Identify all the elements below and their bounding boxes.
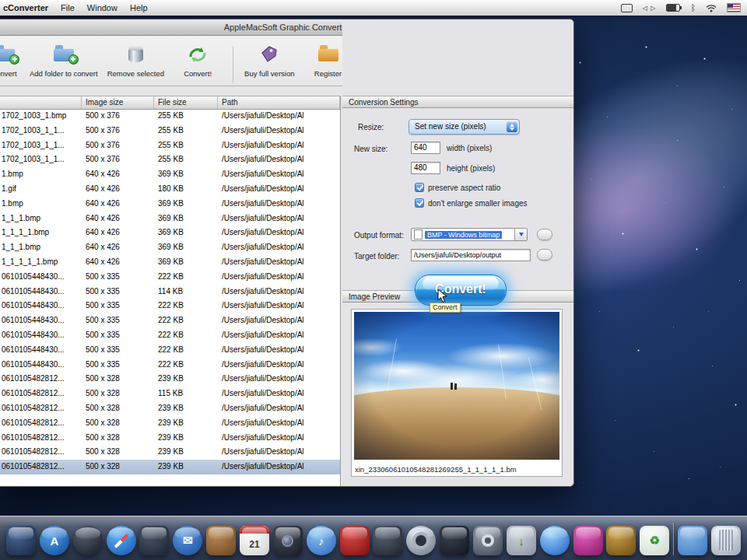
- display-icon[interactable]: [621, 4, 633, 12]
- table-row[interactable]: 0610105448430...500 x 335222 KB/Users/ji…: [0, 328, 340, 343]
- trash-icon[interactable]: [711, 526, 741, 555]
- name-cell: 1_1_1_1.bmp: [0, 226, 82, 240]
- toolbar-separator: [233, 46, 233, 83]
- finder-icon[interactable]: [6, 526, 36, 555]
- dashboard-icon[interactable]: [73, 526, 103, 555]
- column-header-name[interactable]: [0, 96, 82, 109]
- bluetooth-icon[interactable]: ᛒ: [690, 4, 696, 12]
- graphic-converter-app-icon[interactable]: ♻: [640, 526, 669, 555]
- ichat-icon[interactable]: [139, 526, 169, 555]
- table-row[interactable]: 0610105448430...500 x 335222 KB/Users/ji…: [0, 313, 340, 328]
- iphoto-icon[interactable]: [573, 526, 603, 555]
- image-size-cell: 640 x 426: [82, 197, 154, 212]
- resize-dropdown[interactable]: Set new size (pixels): [409, 119, 520, 135]
- console-icon[interactable]: [440, 526, 469, 555]
- wifi-icon[interactable]: [706, 4, 717, 12]
- mail-icon[interactable]: ✉: [173, 526, 202, 555]
- battery-icon[interactable]: [666, 4, 680, 12]
- app-menu[interactable]: cConverter: [3, 3, 48, 12]
- target-folder-browse-button[interactable]: [537, 249, 552, 261]
- table-row[interactable]: 0610105448430...500 x 335222 KB/Users/ji…: [0, 270, 340, 285]
- documents-folder-icon[interactable]: [678, 526, 707, 555]
- toolbar-remove-selected[interactable]: Remove selected: [103, 43, 169, 78]
- path-cell: /Users/jiafuli/Desktop/Al: [218, 285, 340, 299]
- table-row[interactable]: 1_1_1_1.bmp640 x 426369 KB/Users/jiafuli…: [0, 226, 340, 240]
- system-preferences-icon[interactable]: [473, 526, 503, 555]
- name-cell: 0610105482812...: [0, 460, 82, 474]
- table-row[interactable]: 1.bmp640 x 426369 KB/Users/jiafuli/Deskt…: [0, 167, 340, 182]
- installer-icon[interactable]: ↓: [507, 526, 536, 555]
- toolbar-label: Remove selected: [107, 69, 164, 78]
- time-machine-icon[interactable]: [406, 526, 436, 555]
- safari-icon[interactable]: [107, 526, 136, 555]
- column-header-file-size[interactable]: File size: [154, 96, 218, 109]
- no-enlarge-checkbox[interactable]: [415, 198, 424, 208]
- table-row[interactable]: 1_1_1.bmp640 x 426369 KB/Users/jiafuli/D…: [0, 212, 340, 226]
- us-flag-icon[interactable]: [727, 3, 741, 12]
- app-store-icon[interactable]: A: [40, 526, 69, 555]
- table-row[interactable]: 0610105482812...500 x 328239 KB/Users/ji…: [0, 431, 340, 446]
- image-size-cell: 640 x 426: [82, 212, 154, 226]
- target-folder-input[interactable]: /Users/jiafuli/Desktop/output: [411, 249, 531, 261]
- toolbar-add-folder[interactable]: Add folder to convert: [25, 43, 103, 78]
- file-size-cell: 222 KB: [154, 270, 218, 285]
- image-size-cell: 640 x 426: [82, 226, 154, 240]
- output-format-dropdown[interactable]: BMP - Windows bitmap: [411, 228, 528, 241]
- table-row[interactable]: 0610105482812...500 x 328239 KB/Users/ji…: [0, 372, 340, 387]
- imovie-icon[interactable]: [606, 526, 636, 555]
- menu-file[interactable]: File: [61, 3, 75, 12]
- path-cell: /Users/jiafuli/Desktop/Al: [218, 387, 340, 401]
- folder-plus-icon: [54, 43, 74, 66]
- path-cell: /Users/jiafuli/Desktop/Al: [218, 152, 340, 167]
- table-row[interactable]: 1702_1003_1_1...500 x 376255 KB/Users/ji…: [0, 152, 340, 167]
- address-book-icon[interactable]: [206, 526, 236, 555]
- name-cell: 0610105448430...: [0, 299, 82, 313]
- table-row[interactable]: 1702_1003_1_1...500 x 376255 KB/Users/ji…: [0, 138, 340, 153]
- preserve-aspect-checkbox[interactable]: [415, 183, 424, 192]
- image-size-cell: 640 x 426: [82, 167, 154, 182]
- no-enlarge-label: don't enlarge smaller images: [428, 199, 528, 208]
- table-row[interactable]: 0610105448430...500 x 335222 KB/Users/ji…: [0, 358, 340, 373]
- front-row-icon[interactable]: [373, 526, 402, 555]
- table-row[interactable]: 0610105482812...500 x 328239 KB/Users/ji…: [0, 416, 340, 431]
- width-input[interactable]: 640: [411, 142, 440, 154]
- table-row[interactable]: 0610105482812...500 x 328239 KB/Users/ji…: [0, 445, 340, 460]
- table-row[interactable]: 0610105448430...500 x 335222 KB/Users/ji…: [0, 343, 340, 358]
- image-size-cell: 500 x 328: [82, 431, 154, 446]
- table-row[interactable]: 1702_1003_1.bmp500 x 376255 KB/Users/jia…: [0, 109, 340, 124]
- column-header-image-size[interactable]: Image size: [82, 96, 154, 109]
- dvd-player-icon[interactable]: [340, 526, 370, 555]
- table-row[interactable]: 0610105482812...500 x 328115 KB/Users/ji…: [0, 387, 340, 401]
- browser-orb-icon[interactable]: [540, 526, 570, 555]
- table-row[interactable]: 1_1_1_1_1.bmp640 x 426369 KB/Users/jiafu…: [0, 255, 340, 270]
- path-cell: /Users/jiafuli/Desktop/Al: [218, 416, 340, 431]
- input-arrows-icon[interactable]: ◁ ▷: [643, 5, 657, 12]
- image-size-cell: 500 x 376: [82, 152, 154, 167]
- table-row[interactable]: 0610105448430...500 x 335222 KB/Users/ji…: [0, 299, 340, 313]
- convert-button[interactable]: Convert!: [415, 275, 507, 306]
- toolbar-add-files[interactable]: convert: [0, 43, 25, 78]
- combo-arrow-icon[interactable]: [514, 229, 527, 240]
- file-size-cell: 222 KB: [154, 328, 218, 343]
- table-row[interactable]: 1_1_1.bmp640 x 426369 KB/Users/jiafuli/D…: [0, 240, 340, 255]
- table-row[interactable]: 1.bmp640 x 426369 KB/Users/jiafuli/Deskt…: [0, 197, 340, 212]
- menu-help[interactable]: Help: [130, 3, 148, 12]
- name-cell: 0610105448430...: [0, 270, 82, 285]
- ical-icon[interactable]: 21: [240, 526, 269, 555]
- toolbar-convert[interactable]: Convert!: [169, 43, 226, 78]
- height-input[interactable]: 480: [411, 162, 440, 174]
- column-header-path[interactable]: Path: [218, 96, 340, 109]
- itunes-icon[interactable]: ♪: [307, 526, 336, 555]
- photo-booth-icon[interactable]: [273, 526, 303, 555]
- output-format-browse-button[interactable]: [537, 229, 552, 240]
- table-row[interactable]: 1.gif640 x 426180 KB/Users/jiafuli/Deskt…: [0, 182, 340, 197]
- table-row[interactable]: 0610105482812...500 x 328239 KB/Users/ji…: [0, 401, 340, 416]
- menu-window[interactable]: Window: [87, 3, 117, 12]
- table-row[interactable]: 1702_1003_1_1...500 x 376255 KB/Users/ji…: [0, 124, 340, 138]
- file-size-cell: 369 KB: [154, 167, 218, 182]
- preview-filename: xin_23306061010548281269255_1_1_1_1_1.bm: [355, 465, 560, 474]
- toolbar-buy-full-version[interactable]: Buy full version: [240, 43, 299, 78]
- table-row[interactable]: 0610105482812...500 x 328239 KB/Users/ji…: [0, 460, 340, 474]
- name-cell: 1702_1003_1_1...: [0, 152, 82, 167]
- table-row[interactable]: 0610105448430...500 x 335114 KB/Users/ji…: [0, 285, 340, 299]
